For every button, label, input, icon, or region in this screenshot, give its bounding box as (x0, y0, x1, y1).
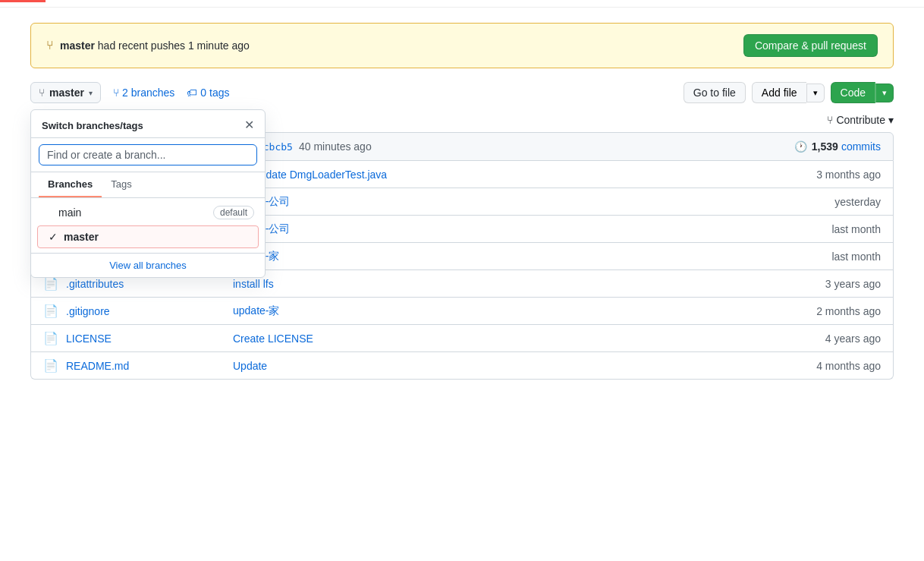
file-row: 📄LICENSECreate LICENSE4 years ago (31, 325, 893, 352)
dropdown-title: Switch branches/tags (42, 120, 143, 131)
contribute-icon: ⑂ (827, 114, 833, 126)
toolbar-right: Go to file Add file ▾ Code ▾ (684, 82, 894, 103)
file-commit-message: Update (233, 360, 759, 372)
branch-selector-chevron: ▾ (89, 89, 93, 97)
commit-link[interactable]: install lfs (233, 278, 274, 290)
commits-label: commits (841, 140, 881, 153)
file-icon: 📄 (43, 276, 66, 291)
file-commit-message: update-家 (233, 250, 759, 263)
file-name[interactable]: LICENSE (66, 333, 233, 345)
commit-link[interactable]: Update (233, 360, 267, 372)
banner-branch: master (60, 39, 95, 52)
dropdown-header: Switch branches/tags ✕ (31, 110, 265, 138)
commits-number: 1,539 (812, 140, 838, 153)
branch-item-name-main: main (58, 206, 213, 219)
tags-label: tags (209, 87, 229, 99)
tag-icon: 🏷 (187, 87, 197, 99)
branch-item-main[interactable]: main default (31, 201, 265, 224)
code-main-button[interactable]: Code (831, 82, 875, 103)
commit-link[interactable]: update-家 (233, 304, 279, 317)
banner-time: 1 minute ago (188, 39, 250, 52)
repo-toolbar: ⑂ master ▾ Switch branches/tags ✕ Branch… (30, 82, 894, 103)
file-icon: 📄 (43, 304, 66, 318)
push-banner: ⑂ master had recent pushes 1 minute ago … (30, 23, 894, 68)
file-name[interactable]: README.md (66, 360, 233, 372)
branch-selector-label: master (49, 87, 84, 99)
toolbar-left: ⑂ master ▾ Switch branches/tags ✕ Branch… (30, 82, 230, 103)
tags-link[interactable]: 🏷 0 tags (187, 87, 229, 99)
goto-file-button[interactable]: Go to file (684, 82, 746, 103)
branches-count: 2 (122, 87, 128, 99)
branch-search-input[interactable] (39, 144, 257, 165)
file-time: 3 years ago (759, 278, 881, 290)
branches-link[interactable]: ⑂ 2 branches (113, 87, 174, 99)
file-commit-message: ios: Update DmgLoaderTest.java (233, 169, 759, 181)
file-time: 3 months ago (759, 169, 881, 181)
file-icon: 📄 (43, 358, 66, 373)
banner-text: master had recent pushes 1 minute ago (60, 39, 250, 52)
file-commit-message: update-公司 (233, 195, 759, 209)
file-time: last month (759, 223, 881, 235)
file-name[interactable]: .gitattributes (66, 278, 233, 290)
dropdown-list: main default ✓ master (31, 198, 265, 253)
contribute-label: Contribute (836, 114, 885, 126)
banner-text-mid: had recent pushes (98, 39, 188, 52)
commit-time: 40 minutes ago (299, 140, 372, 153)
file-commit-message: update-公司 (233, 222, 759, 236)
file-time: 4 months ago (759, 360, 881, 372)
branch-item-badge-main: default (213, 206, 254, 219)
file-time: 4 years ago (759, 333, 881, 345)
loading-progress-bar (0, 0, 46, 2)
file-row: 📄.gitignoreupdate-家2 months ago (31, 298, 893, 325)
file-commit-message: update-家 (233, 304, 759, 318)
branch-item-check-master: ✓ (49, 231, 58, 243)
file-commit-message: install lfs (233, 278, 759, 290)
tab-tags[interactable]: Tags (102, 172, 140, 197)
commit-link[interactable]: Create LICENSE (233, 333, 313, 345)
view-all-branches-link[interactable]: View all branches (31, 253, 265, 277)
tags-count: 0 (200, 87, 206, 99)
file-time: 2 months ago (759, 305, 881, 317)
tab-branches[interactable]: Branches (39, 172, 102, 197)
file-row: 📄README.mdUpdate4 months ago (31, 352, 893, 379)
dropdown-search-area (31, 138, 265, 172)
add-file-button-group: Add file ▾ (752, 82, 825, 103)
branches-icon: ⑂ (113, 87, 119, 99)
dropdown-close-button[interactable]: ✕ (244, 119, 254, 131)
banner-message: ⑂ master had recent pushes 1 minute ago (46, 39, 250, 52)
add-file-arrow-button[interactable]: ▾ (806, 84, 825, 102)
code-button-group: Code ▾ (831, 82, 894, 103)
file-icon: 📄 (43, 331, 66, 345)
dropdown-tabs: Branches Tags (31, 172, 265, 198)
file-name[interactable]: .gitignore (66, 305, 233, 317)
branch-icon: ⑂ (46, 39, 54, 52)
compare-pull-request-button[interactable]: Compare & pull request (743, 34, 878, 57)
branch-selector[interactable]: ⑂ master ▾ (30, 82, 101, 103)
clock-icon: 🕐 (794, 140, 807, 153)
file-time: yesterday (759, 196, 881, 208)
repo-info-right: 🕐 1,539 commits (794, 140, 881, 153)
commits-count-link[interactable]: 1,539 commits (812, 140, 881, 153)
branches-label: branches (131, 87, 175, 99)
contribute-arrow: ▾ (888, 114, 894, 126)
add-file-main-button[interactable]: Add file (752, 82, 806, 103)
branch-selector-icon: ⑂ (39, 87, 45, 99)
file-time: last month (759, 251, 881, 263)
file-commit-message: Create LICENSE (233, 333, 759, 345)
branch-item-name-master: master (64, 231, 247, 243)
branch-dropdown: Switch branches/tags ✕ Branches Tags mai… (30, 109, 266, 278)
code-arrow-button[interactable]: ▾ (875, 84, 894, 102)
contribute-button[interactable]: ⑂ Contribute ▾ (827, 114, 894, 126)
branch-item-master[interactable]: ✓ master (37, 225, 259, 248)
